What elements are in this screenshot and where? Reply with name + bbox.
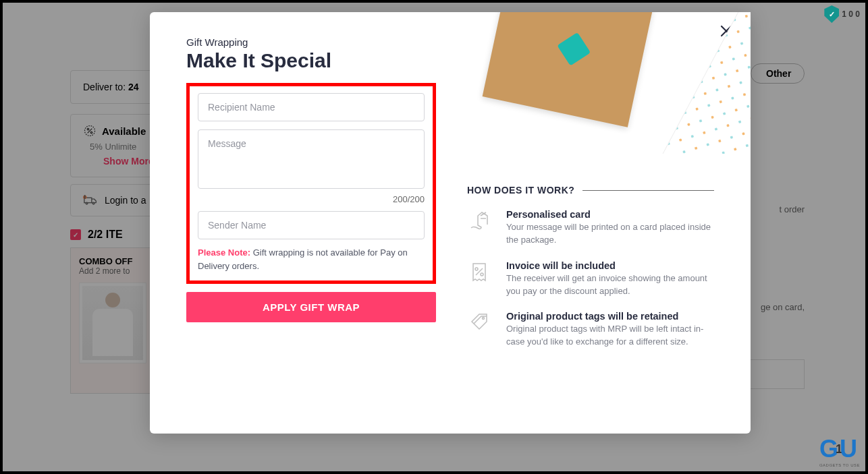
info-personalised-card: Personalised card Your message will be p… (467, 209, 714, 247)
svg-point-14 (483, 318, 485, 320)
modal-title: Make It Special (186, 49, 436, 72)
badge-text: 1 0 0 (842, 9, 860, 19)
info-invoice: Invoice will be included The receiver wi… (467, 260, 714, 298)
tag-icon (467, 311, 491, 335)
modal-form-column: Gift Wrapping Make It Special 200/200 Pl… (186, 36, 436, 413)
gift-wrap-image (467, 12, 751, 154)
info-title-2: Original product tags will be retained (506, 311, 714, 322)
info-desc-1: The receiver will get an invoice showing… (506, 272, 714, 298)
message-textarea[interactable] (198, 129, 425, 189)
how-it-works-heading: HOW DOES IT WORK? (467, 185, 714, 196)
trust-badge: ✓ 1 0 0 (824, 5, 860, 23)
modal-info-column: HOW DOES IT WORK? Personalised card Your… (467, 36, 714, 413)
info-desc-2: Original product tags with MRP will be l… (506, 323, 714, 349)
note-label: Please Note: (198, 247, 250, 258)
form-highlight-box: 200/200 Please Note: Gift wrapping is no… (186, 83, 436, 284)
info-title-1: Invoice will be included (506, 260, 714, 271)
gadgets-to-use-logo: G1U GADGETS TO USE (819, 435, 860, 467)
info-desc-0: Your message will be printed on a card p… (506, 221, 714, 247)
sender-name-input[interactable] (198, 211, 425, 239)
apply-gift-wrap-button[interactable]: APPLY GIFT WRAP (186, 292, 436, 322)
gift-wrap-modal: Gift Wrapping Make It Special 200/200 Pl… (150, 12, 751, 434)
svg-point-11 (475, 268, 478, 270)
shield-check-icon: ✓ (824, 5, 839, 23)
receipt-icon (467, 260, 491, 285)
info-title-0: Personalised card (506, 209, 714, 220)
svg-line-13 (476, 268, 483, 275)
char-counter: 200/200 (198, 194, 425, 204)
note-text: Please Note: Gift wrapping is not availa… (198, 246, 425, 272)
recipient-name-input[interactable] (198, 93, 425, 121)
logo-tagline: GADGETS TO USE (819, 463, 860, 467)
svg-point-12 (481, 273, 483, 276)
modal-subtitle: Gift Wrapping (186, 36, 436, 48)
card-hand-icon (467, 209, 491, 233)
info-tags: Original product tags will be retained O… (467, 311, 714, 349)
